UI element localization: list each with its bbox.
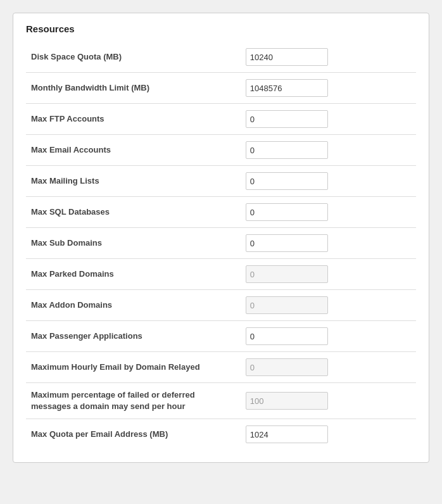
table-row: Monthly Bandwidth Limit (MB) [26, 73, 416, 104]
label-max-sql-databases: Max SQL Databases [26, 197, 241, 228]
table-row: Max Sub Domains [26, 228, 416, 259]
input-monthly-bandwidth-limit[interactable] [246, 79, 328, 97]
input-max-parked-domains [246, 265, 328, 283]
table-row: Max FTP Accounts [26, 104, 416, 135]
resources-table: Disk Space Quota (MB)Monthly Bandwidth L… [26, 42, 416, 450]
table-row: Max Addon Domains [26, 290, 416, 321]
input-max-passenger-applications[interactable] [246, 327, 328, 345]
input-max-mailing-lists[interactable] [246, 172, 328, 190]
label-max-sub-domains: Max Sub Domains [26, 228, 241, 259]
input-max-failed-deferred [246, 392, 328, 410]
input-max-ftp-accounts[interactable] [246, 110, 328, 128]
table-row: Max Parked Domains [26, 259, 416, 290]
label-monthly-bandwidth-limit: Monthly Bandwidth Limit (MB) [26, 73, 241, 104]
table-row: Maximum Hourly Email by Domain Relayed [26, 352, 416, 383]
input-max-sql-databases[interactable] [246, 203, 328, 221]
input-max-quota-per-email[interactable] [246, 425, 328, 443]
table-row: Max Mailing Lists [26, 166, 416, 197]
label-max-addon-domains: Max Addon Domains [26, 290, 241, 321]
table-row: Max Quota per Email Address (MB) [26, 419, 416, 450]
label-max-mailing-lists: Max Mailing Lists [26, 166, 241, 197]
table-row: Max Passenger Applications [26, 321, 416, 352]
label-max-parked-domains: Max Parked Domains [26, 259, 241, 290]
label-max-hourly-email: Maximum Hourly Email by Domain Relayed [26, 352, 241, 383]
card-title: Resources [26, 23, 416, 34]
label-max-ftp-accounts: Max FTP Accounts [26, 104, 241, 135]
label-disk-space-quota: Disk Space Quota (MB) [26, 42, 241, 73]
input-max-sub-domains[interactable] [246, 234, 328, 252]
input-max-email-accounts[interactable] [246, 141, 328, 159]
input-max-hourly-email [246, 358, 328, 376]
table-row: Max Email Accounts [26, 135, 416, 166]
label-max-quota-per-email: Max Quota per Email Address (MB) [26, 419, 241, 450]
label-max-email-accounts: Max Email Accounts [26, 135, 241, 166]
table-row: Disk Space Quota (MB) [26, 42, 416, 73]
table-row: Max SQL Databases [26, 197, 416, 228]
input-max-addon-domains [246, 296, 328, 314]
input-disk-space-quota[interactable] [246, 48, 328, 66]
label-max-failed-deferred: Maximum percentage of failed or deferred… [26, 383, 241, 419]
label-max-passenger-applications: Max Passenger Applications [26, 321, 241, 352]
resources-card: Resources Disk Space Quota (MB)Monthly B… [13, 13, 429, 463]
table-row: Maximum percentage of failed or deferred… [26, 383, 416, 419]
